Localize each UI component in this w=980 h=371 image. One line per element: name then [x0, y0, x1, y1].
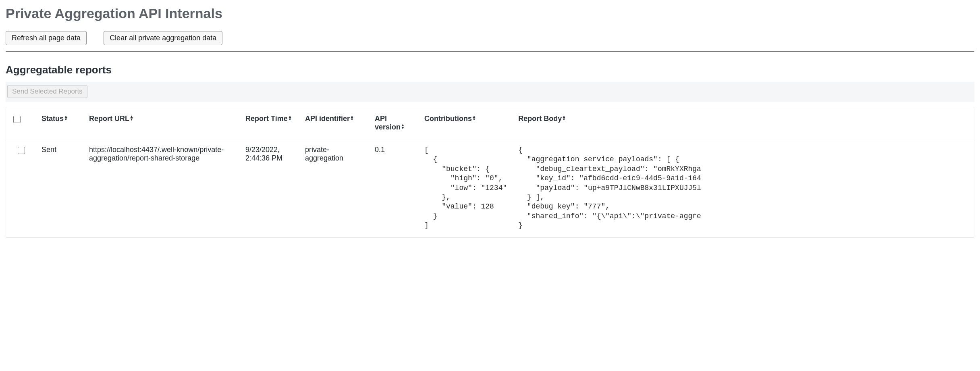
sort-icon — [131, 115, 133, 121]
column-header-report-body[interactable]: Report Body — [513, 107, 974, 139]
report-body-code: { "aggregation_service_payloads": [ { "d… — [518, 146, 968, 231]
column-header-report-body-label: Report Body — [518, 115, 562, 123]
refresh-button[interactable]: Refresh all page data — [6, 31, 87, 45]
column-header-report-url[interactable]: Report URL — [83, 107, 240, 139]
cell-contributions: [ { "bucket": { "high": "0", "low": "123… — [419, 139, 513, 238]
column-header-report-time-label: Report Time — [245, 115, 288, 123]
contributions-code: [ { "bucket": { "high": "0", "low": "123… — [424, 146, 507, 231]
cell-report-url: https://localhost:4437/.well-known/priva… — [83, 139, 240, 238]
sort-icon — [65, 115, 67, 121]
column-header-contributions[interactable]: Contributions — [419, 107, 513, 139]
table-row: Sent https://localhost:4437/.well-known/… — [6, 139, 974, 238]
column-header-report-time[interactable]: Report Time — [240, 107, 299, 139]
sort-icon — [402, 123, 404, 130]
divider — [6, 51, 974, 52]
cell-api-identifier: private-aggregation — [299, 139, 369, 238]
reports-panel: Status Report URL Report Time API identi… — [6, 107, 974, 238]
sort-icon — [289, 115, 291, 121]
column-header-status[interactable]: Status — [36, 107, 83, 139]
column-header-status-label: Status — [42, 115, 64, 123]
sort-icon — [563, 115, 565, 121]
sort-icon — [351, 115, 353, 121]
column-header-report-url-label: Report URL — [89, 115, 129, 123]
column-header-api-version-label: API version — [375, 115, 401, 131]
column-header-api-identifier[interactable]: API identifier — [299, 107, 369, 139]
column-header-contributions-label: Contributions — [424, 115, 472, 123]
clear-data-button[interactable]: Clear all private aggregation data — [104, 31, 222, 45]
page-title: Private Aggregation API Internals — [6, 6, 974, 21]
cell-report-body: { "aggregation_service_payloads": [ { "d… — [513, 139, 974, 238]
send-selected-reports-button[interactable]: Send Selected Reports — [7, 85, 87, 98]
column-header-api-identifier-label: API identifier — [305, 115, 350, 123]
reports-table: Status Report URL Report Time API identi… — [6, 107, 974, 238]
cell-api-version: 0.1 — [369, 139, 419, 238]
cell-status: Sent — [36, 139, 83, 238]
cell-report-time: 9/23/2022, 2:44:36 PM — [240, 139, 299, 238]
send-bar: Send Selected Reports — [6, 82, 974, 102]
select-all-checkbox[interactable] — [13, 116, 21, 123]
section-title: Aggregatable reports — [6, 64, 974, 76]
sort-icon — [473, 115, 475, 121]
row-checkbox[interactable] — [18, 147, 25, 154]
top-toolbar: Refresh all page data Clear all private … — [6, 31, 974, 45]
column-header-api-version[interactable]: API version — [369, 107, 419, 139]
